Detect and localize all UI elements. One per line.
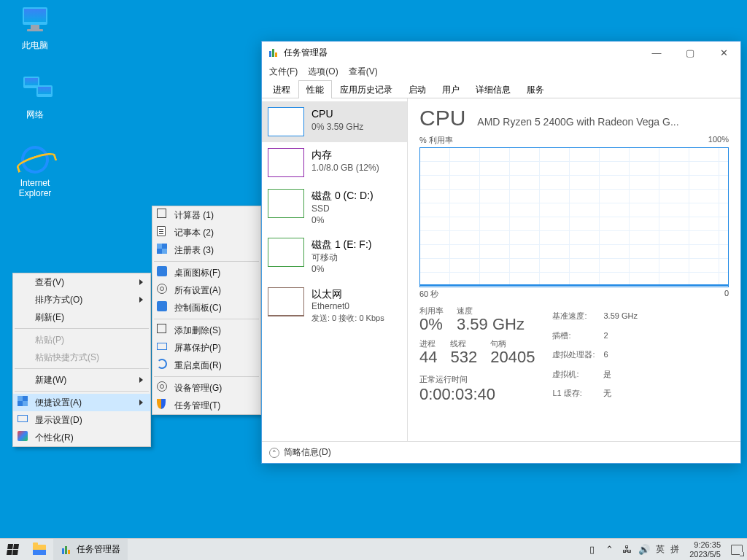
action-center-icon[interactable] — [731, 545, 743, 555]
menu-file[interactable]: 文件(F) — [269, 66, 298, 78]
thread-count: 532 — [450, 348, 477, 367]
taskbar: 任务管理器 ▯ ⌃ 🖧 🔊 英 拼 9:26:35 2023/5/5 — [0, 538, 747, 560]
menubar: 文件(F) 选项(O) 查看(V) — [262, 63, 740, 79]
task-manager-icon — [157, 399, 169, 411]
taskbar-taskmgr[interactable]: 任务管理器 — [53, 539, 128, 560]
tab-startup[interactable]: 启动 — [400, 80, 434, 98]
add-remove-icon — [157, 324, 169, 335]
desktop-icon-network[interactable]: 网络 — [7, 77, 63, 121]
sub-control[interactable]: 控制面板(C) — [152, 299, 260, 316]
sub-allsettings[interactable]: 所有设置(A) — [152, 281, 260, 299]
performance-sidebar: CPU0% 3.59 GHz 内存1.0/8.0 GB (12%) 磁盘 0 (… — [262, 98, 408, 441]
control-panel-icon — [157, 301, 169, 313]
menu-view[interactable]: 查看(V) — [349, 66, 378, 78]
sub-addremove[interactable]: 添加删除(S) — [152, 322, 260, 339]
quick-settings-submenu: 计算器 (1) 记事本 (2) 注册表 (3) 桌面图标(F) 所有设置(A) … — [152, 206, 261, 415]
svg-rect-4 — [65, 546, 67, 554]
all-settings-icon — [157, 284, 169, 295]
maximize-button[interactable]: ▢ — [673, 42, 707, 63]
disk-thumb — [268, 189, 304, 218]
tray-network-icon[interactable]: 🖧 — [621, 544, 632, 556]
svg-rect-2 — [275, 52, 277, 57]
tab-details[interactable]: 详细信息 — [468, 80, 519, 98]
window-title: 任务管理器 — [284, 47, 328, 59]
cpu-utilization-chart — [419, 147, 729, 287]
process-count: 44 — [419, 348, 437, 367]
ctx-refresh[interactable]: 刷新(E) — [13, 308, 150, 326]
tray-ime2[interactable]: 拼 — [670, 543, 679, 556]
tray-volume-icon[interactable]: 🔊 — [638, 544, 650, 556]
taskbar-explorer[interactable] — [26, 539, 53, 560]
sub-notepad[interactable]: 记事本 (2) — [152, 224, 260, 241]
chevron-right-icon — [139, 297, 143, 303]
sidebar-item-memory[interactable]: 内存1.0/8.0 GB (12%) — [262, 142, 407, 183]
sidebar-item-disk1[interactable]: 磁盘 1 (E: F:)可移动0% — [262, 232, 407, 281]
menu-options[interactable]: 选项(O) — [308, 66, 338, 78]
start-button[interactable] — [0, 539, 26, 560]
tray-overflow-icon[interactable]: ⌃ — [603, 544, 615, 556]
network-thumb — [268, 287, 304, 316]
system-tray: ▯ ⌃ 🖧 🔊 英 拼 9:26:35 2023/5/5 — [586, 539, 747, 560]
tab-app-history[interactable]: 应用历史记录 — [332, 80, 400, 98]
sub-screensaver[interactable]: 屏幕保护(P) — [152, 339, 260, 357]
desktop-icon-ie[interactable]: Internet Explorer — [7, 146, 63, 198]
sub-taskmgr[interactable]: 任务管理(T) — [152, 397, 260, 414]
performance-main: CPU AMD Ryzen 5 2400G with Radeon Vega G… — [408, 98, 740, 441]
ctx-view[interactable]: 查看(V) — [13, 273, 150, 291]
tab-processes[interactable]: 进程 — [265, 80, 298, 98]
tray-ime[interactable]: 英 — [656, 543, 665, 556]
cpu-thumb — [268, 107, 304, 136]
desktop-icon-thispc[interactable]: 此电脑 — [7, 7, 63, 52]
chevron-right-icon — [139, 279, 143, 285]
sub-deskicon[interactable]: 桌面图标(F) — [152, 264, 260, 281]
ctx-paste: 粘贴(P) — [13, 331, 150, 349]
task-manager-window: 任务管理器 — ▢ ✕ 文件(F) 选项(O) 查看(V) 进程 性能 应用历史… — [261, 41, 741, 464]
device-manager-icon — [157, 381, 169, 393]
minimize-button[interactable]: — — [640, 42, 673, 63]
sidebar-item-cpu[interactable]: CPU0% 3.59 GHz — [262, 101, 407, 142]
app-icon — [268, 47, 279, 58]
sidebar-item-ethernet[interactable]: 以太网Ethernet0发送: 0 接收: 0 Kbps — [262, 281, 407, 330]
footer: ⌃ 简略信息(D) — [262, 441, 740, 463]
settings-icon — [18, 396, 29, 408]
ctx-quick-settings[interactable]: 便捷设置(A) — [13, 394, 150, 411]
registry-icon — [157, 244, 169, 255]
sub-calc[interactable]: 计算器 (1) — [152, 206, 260, 224]
handle-count: 20405 — [490, 348, 535, 367]
calculator-icon — [157, 209, 169, 220]
ctx-display[interactable]: 显示设置(D) — [13, 411, 150, 429]
chevron-right-icon — [139, 400, 143, 405]
memory-thumb — [268, 148, 304, 177]
sub-restart-desk[interactable]: 重启桌面(R) — [152, 357, 260, 374]
ctx-new[interactable]: 新建(W) — [13, 371, 150, 389]
close-button[interactable]: ✕ — [707, 42, 740, 63]
ctx-paste-shortcut: 粘贴快捷方式(S) — [13, 349, 150, 366]
desktop-icons-icon — [157, 266, 169, 278]
ctx-personalize[interactable]: 个性化(R) — [13, 429, 150, 446]
tabs: 进程 性能 应用历史记录 启动 用户 详细信息 服务 — [262, 79, 740, 98]
tray-clock[interactable]: 9:26:35 2023/5/5 — [685, 540, 725, 559]
svg-rect-1 — [272, 49, 274, 57]
titlebar[interactable]: 任务管理器 — ▢ ✕ — [262, 42, 740, 63]
sub-regedit[interactable]: 注册表 (3) — [152, 241, 260, 259]
tab-users[interactable]: 用户 — [434, 80, 468, 98]
chevron-up-icon[interactable]: ⌃ — [269, 448, 279, 458]
cpu-name: AMD Ryzen 5 2400G with Radeon Vega G... — [477, 116, 729, 128]
desktop-context-menu: 查看(V) 排序方式(O) 刷新(E) 粘贴(P) 粘贴快捷方式(S) 新建(W… — [12, 273, 151, 447]
label: Internet Explorer — [7, 178, 63, 198]
sub-devmgr[interactable]: 设备管理(G) — [152, 379, 260, 397]
ctx-sort[interactable]: 排序方式(O) — [13, 291, 150, 308]
cpu-spec-table: 基准速度:3.59 GHz 插槽:2 虚拟处理器:6 虚拟机:是 L1 缓存:无 — [551, 306, 639, 404]
tab-performance[interactable]: 性能 — [298, 80, 332, 98]
speed-value: 3.59 GHz — [457, 315, 525, 334]
restart-icon — [157, 359, 169, 370]
folder-icon — [33, 545, 46, 555]
sidebar-item-disk0[interactable]: 磁盘 0 (C: D:)SSD0% — [262, 183, 407, 232]
tab-services[interactable]: 服务 — [519, 80, 552, 98]
tray-battery-icon[interactable]: ▯ — [586, 544, 597, 556]
svg-rect-0 — [269, 51, 271, 57]
disk-thumb — [268, 238, 304, 267]
util-value: 0% — [419, 315, 444, 334]
fewer-details-link[interactable]: 简略信息(D) — [284, 446, 331, 459]
svg-rect-3 — [62, 548, 64, 554]
